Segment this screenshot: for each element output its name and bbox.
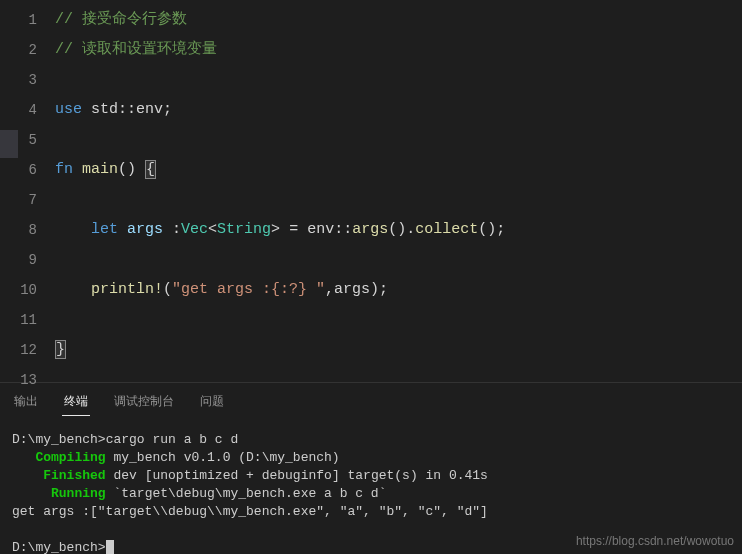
tab-output[interactable]: 输出 xyxy=(12,391,40,416)
tab-problems[interactable]: 问题 xyxy=(198,391,226,416)
code-line: } xyxy=(55,335,742,365)
line-number: 3 xyxy=(0,65,37,95)
line-number: 2 xyxy=(0,35,37,65)
code-line xyxy=(55,245,742,275)
line-number: 1 xyxy=(0,5,37,35)
tab-terminal[interactable]: 终端 xyxy=(62,391,90,416)
line-number: 4 xyxy=(0,95,37,125)
terminal-panel: 输出 终端 调试控制台 问题 D:\my_bench>cargo run a b… xyxy=(0,382,742,554)
line-number: 8 xyxy=(0,215,37,245)
line-number: 10 xyxy=(0,275,37,305)
code-editor[interactable]: 1 2 3 4 5 6 7 8 9 10 11 12 13 // 接受命令行参数… xyxy=(0,0,742,382)
tab-debug-console[interactable]: 调试控制台 xyxy=(112,391,176,416)
code-line: println!("get args :{:?} ",args); xyxy=(55,275,742,305)
editor-marker xyxy=(0,130,18,158)
line-gutter: 1 2 3 4 5 6 7 8 9 10 11 12 13 xyxy=(0,0,55,382)
terminal-prompt: D:\my_bench> xyxy=(12,432,106,447)
code-line xyxy=(55,65,742,95)
line-number: 12 xyxy=(0,335,37,365)
code-line: // 接受命令行参数 xyxy=(55,5,742,35)
program-output: get args :["target\\debug\\my_bench.exe"… xyxy=(12,504,488,519)
code-line xyxy=(55,185,742,215)
watermark: https://blog.csdn.net/wowotuo xyxy=(576,534,734,548)
line-number: 7 xyxy=(0,185,37,215)
code-line xyxy=(55,125,742,155)
cargo-running-text: `target\debug\my_bench.exe a b c d` xyxy=(106,486,387,501)
terminal-cursor xyxy=(106,540,114,554)
cargo-compiling-text: my_bench v0.1.0 (D:\my_bench) xyxy=(106,450,340,465)
cargo-finished-text: dev [unoptimized + debuginfo] target(s) … xyxy=(106,468,488,483)
code-line xyxy=(55,305,742,335)
line-number: 11 xyxy=(0,305,37,335)
code-line: use std::env; xyxy=(55,95,742,125)
cargo-running-label: Running xyxy=(51,486,106,501)
code-line: // 读取和设置环境变量 xyxy=(55,35,742,65)
terminal-prompt: D:\my_bench> xyxy=(12,540,106,554)
terminal-command: cargo run a b c d xyxy=(106,432,239,447)
line-number: 6 xyxy=(0,155,37,185)
code-line: fn main() { xyxy=(55,155,742,185)
line-number: 9 xyxy=(0,245,37,275)
cargo-compiling-label: Compiling xyxy=(35,450,105,465)
code-line: let args :Vec<String> = env::args().coll… xyxy=(55,215,742,245)
code-content[interactable]: // 接受命令行参数 // 读取和设置环境变量 use std::env; fn… xyxy=(55,0,742,382)
cargo-finished-label: Finished xyxy=(43,468,105,483)
